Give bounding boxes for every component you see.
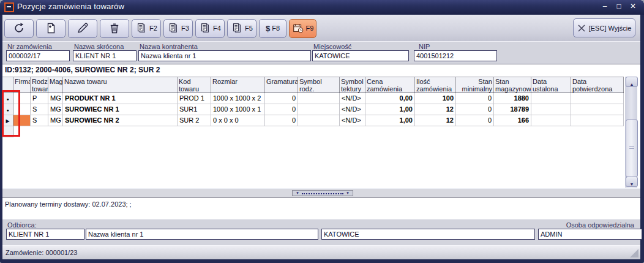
table-row-current[interactable]: ▶ S MG SUROWIEC NR 2 SUR 2 0 x 0 x 0 0 <… <box>2 115 624 126</box>
report-f3-button[interactable]: F3 <box>163 19 193 38</box>
window-title: Pozycje zamówienia towarów <box>17 2 124 11</box>
cell-stan-mag[interactable]: 18789 <box>494 104 531 115</box>
cell-symbol-tektury[interactable]: <N/D> <box>340 104 365 115</box>
statusbar-text: Zamówienie: 000001/23 <box>6 249 77 256</box>
cell-stan-min[interactable]: 0 <box>456 115 494 126</box>
cell-data-potwierdzona[interactable] <box>571 104 624 115</box>
dates-f9-button[interactable]: F9 <box>289 19 316 38</box>
cell-rodz[interactable]: P <box>31 93 48 104</box>
scrollbar-thumb[interactable] <box>626 120 638 177</box>
cell-gramatura[interactable]: 0 <box>265 93 298 104</box>
cell-rozmiar[interactable]: 1000 x 1000 x 1 <box>211 104 265 115</box>
cell-kod[interactable]: SUR 2 <box>178 115 211 126</box>
cell-kod[interactable]: SUR1 <box>178 104 211 115</box>
column-header[interactable]: Firma <box>13 77 31 93</box>
cell-data-potwierdzona[interactable] <box>571 115 624 126</box>
table-row[interactable]: ● P MG PRODUKT NR 1 PROD 1 1000 x 1000 x… <box>2 93 624 104</box>
cell-ilosc[interactable]: 100 <box>415 93 456 104</box>
odbiorca-kod-input[interactable] <box>6 229 84 240</box>
cell-kod[interactable]: PROD 1 <box>178 93 211 104</box>
cell-data-potwierdzona[interactable] <box>571 93 624 104</box>
cell-cena[interactable]: 0,00 <box>365 93 415 104</box>
minimize-button[interactable]: – <box>600 1 610 12</box>
cell-stan-min[interactable]: 0 <box>456 104 494 115</box>
cell-gramatura[interactable]: 0 <box>265 115 298 126</box>
miejscowosc-input[interactable] <box>312 50 409 61</box>
column-header[interactable]: Data potwierdzona <box>571 77 624 93</box>
report-f2-button[interactable]: F2 <box>132 19 161 38</box>
cell-firma-highlighted[interactable] <box>13 115 31 126</box>
cell-stan-mag[interactable]: 166 <box>494 115 531 126</box>
nazwa-kontrahenta-input[interactable] <box>138 50 311 61</box>
column-header[interactable]: Ilość zamówienia <box>415 77 456 93</box>
cell-rozmiar[interactable]: 0 x 0 x 0 <box>211 115 265 126</box>
column-header[interactable]: Symbol tektury <box>340 77 365 93</box>
column-header[interactable]: Cena zamówienia <box>365 77 415 93</box>
nip-input[interactable] <box>414 50 497 61</box>
scroll-up-button[interactable]: ▲ <box>626 77 638 87</box>
column-header[interactable]: Mag <box>48 77 63 93</box>
column-header[interactable]: Symbol rodz. materiału <box>298 77 340 93</box>
new-button[interactable] <box>36 19 66 38</box>
cell-ilosc[interactable]: 12 <box>415 115 456 126</box>
cell-rozmiar[interactable]: 1000 x 1000 x 2 <box>211 93 265 104</box>
nr-zamowienia-input[interactable] <box>6 50 70 61</box>
odbiorca-miejscowosc-input[interactable] <box>321 229 535 240</box>
osoba-odpowiedzialna-input[interactable] <box>538 229 642 240</box>
nazwa-skrocona-input[interactable] <box>73 50 137 61</box>
column-header[interactable]: Rozmiar <box>211 77 265 93</box>
cell-firma[interactable] <box>13 104 31 115</box>
triangle-down-icon: ▼ <box>296 191 299 196</box>
maximize-button[interactable]: □ <box>614 1 624 12</box>
report-f5-button[interactable]: F5 <box>227 19 256 38</box>
toolbar: F2 F3 F4 F5 $ F8 F9 <box>2 15 640 41</box>
titlebar: Pozycje zamówienia towarów – □ ✕ <box>0 0 644 15</box>
odbiorca-nazwa-input[interactable] <box>86 229 318 240</box>
cell-mag[interactable]: MG <box>48 104 63 115</box>
collapse-splitter-handle[interactable]: ▼ ▼ <box>292 190 353 196</box>
price-f8-button[interactable]: $ F8 <box>259 19 286 38</box>
cell-mag[interactable]: MG <box>48 93 63 104</box>
column-header[interactable]: Rodz. towaru <box>31 77 48 93</box>
cell-symbol-rodz[interactable] <box>298 93 340 104</box>
cell-cena[interactable]: 1,00 <box>365 104 415 115</box>
edit-button[interactable] <box>68 19 97 38</box>
cell-nazwa[interactable]: PRODUKT NR 1 <box>63 93 178 104</box>
cell-stan-mag[interactable]: 1880 <box>494 93 531 104</box>
cell-nazwa[interactable]: SUROWIEC NR 1 <box>63 104 178 115</box>
cell-symbol-tektury[interactable]: <N/D> <box>340 115 365 126</box>
cell-nazwa[interactable]: SUROWIEC NR 2 <box>63 115 178 126</box>
table-row[interactable]: ● S MG SUROWIEC NR 1 SUR1 1000 x 1000 x … <box>2 104 624 115</box>
exit-button[interactable]: [ESC] Wyjście <box>573 18 635 37</box>
cell-firma[interactable] <box>13 93 31 104</box>
refresh-button[interactable] <box>4 19 34 38</box>
column-header[interactable]: Stan magazynowy <box>494 77 531 93</box>
cell-gramatura[interactable]: 0 <box>265 104 298 115</box>
column-header[interactable]: Stan minimalny <box>456 77 494 93</box>
cell-ilosc[interactable]: 12 <box>415 104 456 115</box>
column-header[interactable]: Nazwa towaru <box>63 77 178 93</box>
cell-cena[interactable]: 1,00 <box>365 115 415 126</box>
cell-data-ustalona[interactable] <box>531 104 571 115</box>
close-button[interactable]: ✕ <box>628 1 638 12</box>
cell-data-ustalona[interactable] <box>531 93 571 104</box>
resize-grip[interactable] <box>630 249 638 257</box>
cell-stan-min[interactable]: 0 <box>456 93 494 104</box>
row-selector-cell: ● <box>2 104 13 115</box>
cell-symbol-rodz[interactable] <box>298 104 340 115</box>
column-header[interactable]: Gramatura <box>265 77 298 93</box>
cell-symbol-tektury[interactable]: <N/D> <box>340 93 365 104</box>
scroll-down-button[interactable]: ▼ <box>626 177 638 187</box>
report-icon <box>135 22 148 34</box>
cell-rodz[interactable]: S <box>31 115 48 126</box>
button-label: F9 <box>306 25 314 32</box>
column-header[interactable]: Data ustalona <box>531 77 571 93</box>
cell-rodz[interactable]: S <box>31 104 48 115</box>
cell-mag[interactable]: MG <box>48 115 63 126</box>
cell-data-ustalona[interactable] <box>531 115 571 126</box>
cell-symbol-rodz[interactable] <box>298 115 340 126</box>
report-f4-button[interactable]: F4 <box>195 19 225 38</box>
column-header[interactable]: Kod towaru <box>178 77 211 93</box>
vertical-scrollbar[interactable]: ▲ ▼ <box>625 77 637 188</box>
delete-button[interactable] <box>100 19 129 38</box>
